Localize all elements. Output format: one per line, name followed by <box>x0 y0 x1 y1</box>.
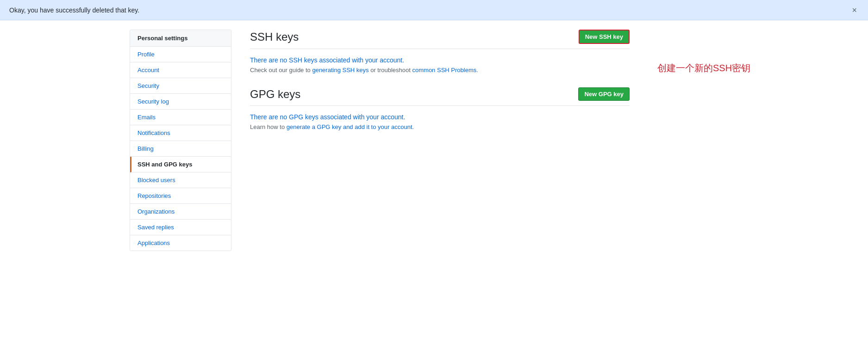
ssh-section-title: SSH keys <box>250 31 299 43</box>
sidebar-item-organizations[interactable]: Organizations <box>130 204 231 220</box>
main-container: Personal settings ProfileAccountSecurity… <box>0 20 868 356</box>
sidebar-item-security[interactable]: Security <box>130 78 231 94</box>
gpg-help-text: Learn how to generate a GPG key and add … <box>250 123 630 130</box>
notification-close-button[interactable]: × <box>850 6 859 14</box>
ssh-help-suffix: . <box>476 67 478 74</box>
sidebar-item-notifications[interactable]: Notifications <box>130 125 231 141</box>
sidebar-item-saved-replies[interactable]: Saved replies <box>130 220 231 235</box>
sidebar-item-blocked-users[interactable]: Blocked users <box>130 172 231 188</box>
ssh-help-middle: or troubleshoot <box>369 67 412 74</box>
sidebar-item-emails[interactable]: Emails <box>130 110 231 125</box>
gpg-section-title: GPG keys <box>250 88 300 101</box>
sidebar-item-applications[interactable]: Applications <box>130 235 231 251</box>
ssh-help-text: Check out our guide to generating SSH ke… <box>250 67 630 74</box>
sidebar-item-profile[interactable]: Profile <box>130 47 231 62</box>
left-spacer <box>0 20 130 356</box>
content-area: SSH keys New SSH key There are no SSH ke… <box>231 20 648 356</box>
sidebar-header: Personal settings <box>130 30 231 47</box>
sidebar-item-security-log[interactable]: Security log <box>130 94 231 110</box>
right-annotation-area: 创建一个新的SSH密钥 <box>648 20 787 356</box>
gpg-section-header: GPG keys New GPG key <box>250 87 630 106</box>
new-gpg-key-button[interactable]: New GPG key <box>578 87 630 101</box>
notification-message: Okay, you have successfully deleted that… <box>9 6 139 14</box>
gpg-generate-link[interactable]: generate a GPG key and add it to your ac… <box>287 123 412 130</box>
new-ssh-key-button[interactable]: New SSH key <box>579 30 630 44</box>
sidebar-item-ssh-gpg-keys[interactable]: SSH and GPG keys <box>130 157 231 172</box>
gpg-empty-text: There are no GPG keys associated with yo… <box>250 113 630 121</box>
notification-banner: Okay, you have successfully deleted that… <box>0 0 868 20</box>
ssh-problems-link[interactable]: common SSH Problems <box>412 67 477 74</box>
sidebar: Personal settings ProfileAccountSecurity… <box>130 30 231 251</box>
annotation-text: 创建一个新的SSH密钥 <box>657 62 750 74</box>
ssh-section-header: SSH keys New SSH key <box>250 30 630 49</box>
sidebar-item-repositories[interactable]: Repositories <box>130 188 231 204</box>
ssh-keys-section: SSH keys New SSH key There are no SSH ke… <box>250 30 630 74</box>
ssh-generating-link[interactable]: generating SSH keys <box>312 67 368 74</box>
sidebar-item-account[interactable]: Account <box>130 62 231 78</box>
gpg-help-prefix: Learn how to <box>250 123 287 130</box>
ssh-empty-text: There are no SSH keys associated with yo… <box>250 56 630 64</box>
gpg-help-suffix: . <box>412 123 414 130</box>
sidebar-item-billing[interactable]: Billing <box>130 141 231 157</box>
ssh-help-prefix: Check out our guide to <box>250 67 312 74</box>
gpg-keys-section: GPG keys New GPG key There are no GPG ke… <box>250 87 630 130</box>
